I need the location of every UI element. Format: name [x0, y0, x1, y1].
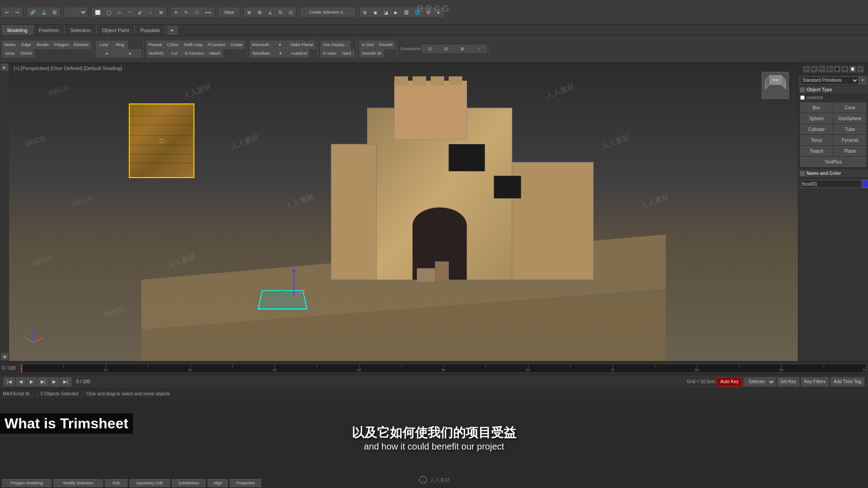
- constraint-face[interactable]: ⊞: [455, 45, 471, 53]
- cut-btn[interactable]: Cut: [166, 49, 182, 57]
- vertex-btn[interactable]: Vertex: [2, 41, 18, 49]
- go-start-btn[interactable]: |◀: [4, 377, 15, 386]
- scale-btn[interactable]: ⬡: [192, 8, 202, 17]
- msmooth-btn[interactable]: MSmooth: [250, 41, 272, 49]
- percent-snap-btn[interactable]: %: [275, 8, 285, 17]
- mirror-btn[interactable]: ⟺: [202, 8, 214, 17]
- create-sub-btn[interactable]: Create: [228, 41, 245, 49]
- lasso-select-btn[interactable]: 〰: [125, 8, 135, 17]
- spinner-snap-btn[interactable]: ⊡: [286, 8, 296, 17]
- set-key-btn[interactable]: Set Key: [777, 377, 799, 386]
- schematic-btn[interactable]: ⊞: [360, 8, 370, 17]
- repeat-btn[interactable]: Repeat: [146, 41, 164, 49]
- cylinder-btn[interactable]: Cylinder: [800, 124, 833, 134]
- select-loop-btn[interactable]: ▸: [96, 49, 118, 57]
- msmooth-arrow[interactable]: ▾: [272, 41, 288, 49]
- border-btn[interactable]: Border: [35, 41, 52, 49]
- timeline-scrubber[interactable]: (function() { const bar = document.getEl…: [21, 364, 866, 373]
- tab-selection[interactable]: Selection: [65, 25, 96, 35]
- edge-btn[interactable]: Edge: [19, 41, 34, 49]
- object-type-header[interactable]: − Object Type: [798, 85, 868, 94]
- is-grid-btn[interactable]: Is Grid: [359, 41, 376, 49]
- properties-dropdown[interactable]: Properties: [230, 479, 261, 487]
- key-mode-select[interactable]: Selected: [744, 377, 775, 386]
- select-btn[interactable]: ↕: [146, 8, 156, 17]
- polygon-modeling-dropdown[interactable]: Polygon Modeling: [2, 479, 52, 487]
- create-selection-btn[interactable]: Create Selection S...: [301, 8, 355, 17]
- constraint-normal[interactable]: ↑: [471, 45, 487, 53]
- next-frame-btn[interactable]: ▶: [49, 377, 59, 386]
- select-ring-btn[interactable]: ▸: [119, 49, 142, 57]
- bind-btn[interactable]: ⛓: [50, 8, 60, 17]
- cone-btn[interactable]: Cone: [834, 103, 866, 113]
- render-btn[interactable]: 🖼: [401, 8, 411, 17]
- std-primitives-dropdown[interactable]: Standard Primitives: [800, 76, 859, 84]
- paint-select-btn[interactable]: 🖌: [135, 8, 145, 17]
- material-editor-btn[interactable]: ◉: [370, 8, 380, 17]
- utilities-tab-icon[interactable]: ⚙: [842, 66, 848, 72]
- tab-populate[interactable]: Populate: [135, 25, 165, 35]
- tube-btn[interactable]: Tube: [834, 124, 866, 134]
- mode-tab-overflow[interactable]: ▸: [168, 26, 178, 35]
- key-filters-btn[interactable]: Key Filters: [801, 377, 829, 386]
- left-btn-1[interactable]: ▶: [1, 64, 8, 71]
- std-primitives-expand[interactable]: ▾: [859, 76, 866, 84]
- fconnect-btn[interactable]: FConnect: [205, 41, 227, 49]
- align-btn[interactable]: ⊞: [244, 8, 254, 17]
- viewport[interactable]: [+] [Perspective] [User Defined] [Defaul…: [9, 63, 798, 361]
- object-props-icon[interactable]: 📋: [849, 66, 856, 72]
- polygon-sub-btn[interactable]: Polygon: [52, 41, 71, 49]
- view-dropdown-btn[interactable]: View: [219, 8, 239, 17]
- play-btn[interactable]: ▶: [27, 377, 37, 386]
- teapot-btn[interactable]: Teapot: [800, 146, 833, 156]
- use-displace-btn[interactable]: Use Displac...: [321, 41, 350, 49]
- prev-frame-btn[interactable]: ◀: [16, 377, 26, 386]
- grow-btn[interactable]: Grow: [2, 49, 18, 57]
- geometry-all-dropdown[interactable]: Geometry (All): [129, 479, 170, 487]
- tab-freeform[interactable]: Freeform: [33, 25, 65, 35]
- name-color-header[interactable]: − Name and Color: [798, 169, 868, 178]
- fence-select-btn[interactable]: ◇: [114, 8, 124, 17]
- tools-btn[interactable]: ⚙: [423, 8, 433, 17]
- smooth-30-btn[interactable]: Smooth 30: [359, 49, 384, 57]
- snap-toggle-btn[interactable]: ⊠: [255, 8, 264, 17]
- undo-btn[interactable]: ↩: [2, 8, 12, 17]
- left-btn-2[interactable]: ◼: [1, 353, 8, 360]
- tessellate-arrow[interactable]: ▾: [273, 49, 288, 57]
- modify-tab-icon[interactable]: ⊞: [811, 66, 817, 72]
- create-tab-icon[interactable]: ✦: [803, 66, 810, 72]
- auto-end-btn[interactable]: AutoEnd: [289, 49, 309, 57]
- element-btn[interactable]: Element: [71, 41, 91, 49]
- tessellate-btn[interactable]: Tessellate: [250, 49, 272, 57]
- modify-selection-dropdown[interactable]: Modify Selection: [53, 479, 103, 487]
- nurms-btn[interactable]: NURMS: [146, 49, 166, 57]
- rotate-btn[interactable]: ↻: [181, 8, 191, 17]
- autogrid-checkbox[interactable]: [800, 95, 805, 100]
- render-setup-btn[interactable]: ◪: [381, 8, 391, 17]
- attach-btn[interactable]: Attach: [207, 49, 223, 57]
- angle-snap-btn[interactable]: ∡: [265, 8, 275, 17]
- hard-btn[interactable]: Hard: [339, 49, 354, 57]
- object-color-swatch[interactable]: [863, 180, 868, 188]
- textplus-btn[interactable]: TextPlus: [800, 157, 866, 167]
- edit-dropdown[interactable]: Edit: [105, 479, 127, 487]
- swift-loop-btn[interactable]: Swift Loop: [181, 41, 205, 49]
- auto-key-btn[interactable]: Auto Key: [717, 377, 742, 386]
- geosphere-btn[interactable]: GeoSphere: [834, 113, 866, 123]
- collapse-obj-type[interactable]: −: [800, 88, 805, 92]
- tab-modeling[interactable]: Modeling: [2, 25, 33, 35]
- constraint-none[interactable]: ⊡: [422, 45, 438, 53]
- smooth2-btn[interactable]: Smooth: [377, 41, 395, 49]
- add-time-tag-btn[interactable]: Add Time Tag: [830, 377, 864, 386]
- ring-btn[interactable]: Ring: [112, 41, 128, 49]
- pyramid-btn[interactable]: Pyramid: [834, 135, 866, 145]
- shrink-btn[interactable]: Shrink: [18, 49, 34, 57]
- sphere-btn[interactable]: Sphere: [800, 113, 833, 123]
- select-region-btn[interactable]: ⊞: [156, 8, 166, 17]
- more-tools-btn[interactable]: ▸: [434, 8, 443, 17]
- make-planar-btn[interactable]: Make Planar: [288, 41, 316, 49]
- plane-btn[interactable]: Plane: [834, 146, 866, 156]
- object-name-input[interactable]: [800, 180, 861, 188]
- b-connect-btn[interactable]: B.Connect: [183, 49, 206, 57]
- rect-select-btn[interactable]: ⬜: [92, 8, 103, 17]
